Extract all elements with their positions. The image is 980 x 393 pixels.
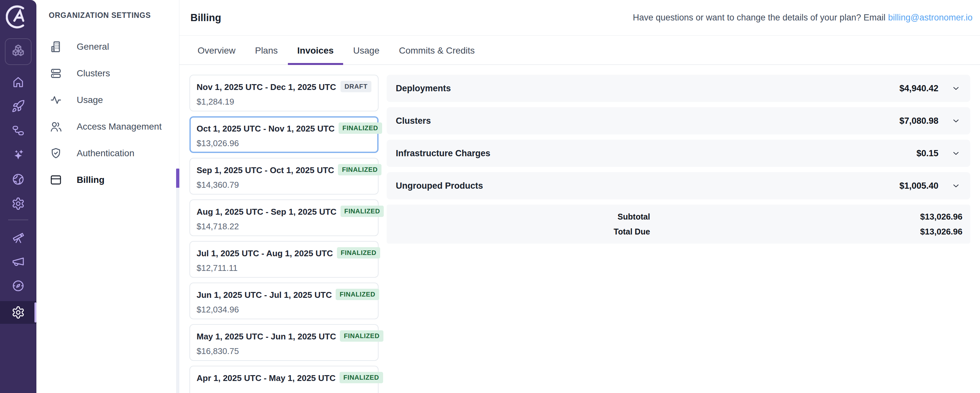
invoice-period: Nov 1, 2025 UTC - Dec 1, 2025 UTC xyxy=(197,81,336,92)
deployments-nav-button[interactable] xyxy=(11,99,25,114)
invoice-status-badge: FINALIZED xyxy=(340,330,383,342)
invoice-period: Sep 1, 2025 UTC - Oct 1, 2025 UTC xyxy=(197,164,334,175)
sidebar-item-billing[interactable]: Billing xyxy=(37,167,179,193)
sidebar-item-access-management[interactable]: Access Management xyxy=(37,113,179,140)
charge-group-label: Ungrouped Products xyxy=(396,181,899,191)
invoice-card[interactable]: Aug 1, 2025 UTC - Sep 1, 2025 UTC FINALI… xyxy=(189,199,379,236)
charge-group-amount: $7,080.98 xyxy=(899,116,939,126)
megaphone-icon xyxy=(11,255,25,268)
invoice-status-badge: FINALIZED xyxy=(340,205,384,217)
page-title: Billing xyxy=(191,12,221,24)
sidebar-nav: General Clusters Usage xyxy=(37,33,179,193)
astronomer-logo[interactable] xyxy=(6,5,30,29)
invoice-card[interactable]: Jun 1, 2025 UTC - Jul 1, 2025 UTC FINALI… xyxy=(189,283,379,319)
invoice-card[interactable]: Nov 1, 2025 UTC - Dec 1, 2025 UTC DRAFT … xyxy=(189,75,379,111)
charge-group-ungrouped[interactable]: Ungrouped Products $1,005.40 xyxy=(387,172,970,199)
chevron-down-icon[interactable] xyxy=(951,116,961,126)
building-icon xyxy=(49,40,62,53)
compass-icon xyxy=(11,279,25,293)
invoice-status-badge: DRAFT xyxy=(340,81,371,92)
tab-commits-credits[interactable]: Commits & Credits xyxy=(399,46,475,64)
invoice-amount: $16,830.75 xyxy=(197,346,371,356)
invoice-summary: Subtotal $13,026.96 Total Due $13,026.96 xyxy=(387,205,970,243)
invoice-amount: $12,034.96 xyxy=(197,305,371,315)
chevron-down-icon[interactable] xyxy=(951,84,961,93)
invoice-card[interactable]: Sep 1, 2025 UTC - Oct 1, 2025 UTC FINALI… xyxy=(189,158,379,194)
invoice-card[interactable]: Apr 1, 2025 UTC - May 1, 2025 UTC FINALI… xyxy=(189,366,379,393)
invoice-status-badge: FINALIZED xyxy=(340,372,383,383)
sidebar-item-authentication[interactable]: Authentication xyxy=(37,140,179,167)
invoice-period: Jun 1, 2025 UTC - Jul 1, 2025 UTC xyxy=(197,289,332,300)
workspace-switcher-button[interactable] xyxy=(5,38,32,65)
sparkles-icon xyxy=(11,148,25,162)
home-icon xyxy=(11,75,25,89)
sidebar-item-label: Billing xyxy=(77,175,105,185)
billing-help-text: Have questions or want to change the det… xyxy=(633,13,972,23)
app-icon-rail xyxy=(0,0,37,393)
help-nav-button[interactable] xyxy=(11,278,25,293)
invoice-period: Apr 1, 2025 UTC - May 1, 2025 UTC xyxy=(197,372,336,383)
sidebar-item-general[interactable]: General xyxy=(37,33,179,60)
tab-invoices[interactable]: Invoices xyxy=(298,46,334,64)
tab-usage[interactable]: Usage xyxy=(353,46,380,64)
settings-sidebar: ORGANIZATION SETTINGS General Clusters xyxy=(37,0,179,393)
charge-group-amount: $0.15 xyxy=(916,148,939,159)
invoice-period: Aug 1, 2025 UTC - Sep 1, 2025 UTC xyxy=(197,205,337,217)
sidebar-item-clusters[interactable]: Clusters xyxy=(37,60,179,87)
invoice-status-badge: FINALIZED xyxy=(336,289,379,300)
home-nav-button[interactable] xyxy=(11,75,25,89)
invoice-list: Nov 1, 2025 UTC - Dec 1, 2025 UTC DRAFT … xyxy=(189,75,379,393)
settings-nav-button-active[interactable] xyxy=(0,301,37,324)
sidebar-item-label: Access Management xyxy=(77,121,161,132)
summary-total-due-row: Total Due $13,026.96 xyxy=(395,224,963,239)
total-due-label: Total Due xyxy=(395,227,650,237)
sidebar-item-label: General xyxy=(77,41,109,52)
charge-group-clusters[interactable]: Clusters $7,080.98 xyxy=(387,107,970,134)
invoice-status-badge: FINALIZED xyxy=(337,247,380,259)
invoice-detail-panel: Deployments $4,940.42 Clusters $7,080.98… xyxy=(387,75,970,393)
environment-nav-button[interactable] xyxy=(11,196,25,211)
billing-tabs: Overview Plans Invoices Usage Commits & … xyxy=(179,36,980,65)
gear-icon xyxy=(11,197,25,210)
sidebar-header: ORGANIZATION SETTINGS xyxy=(37,11,179,20)
page-header: Billing Have questions or want to change… xyxy=(179,0,980,36)
sidebar-item-label: Usage xyxy=(77,95,103,105)
dags-nav-button[interactable] xyxy=(11,123,25,138)
subtotal-amount: $13,026.96 xyxy=(650,212,963,222)
charge-group-infrastructure[interactable]: Infrastructure Charges $0.15 xyxy=(387,140,970,167)
telescope-icon xyxy=(11,230,25,244)
billing-email-link[interactable]: billing@astronomer.io xyxy=(888,13,972,22)
tab-overview[interactable]: Overview xyxy=(197,46,235,64)
sidebar-scroll-track xyxy=(176,188,179,393)
invoice-amount: $12,711.11 xyxy=(197,263,371,273)
astro-hub-nav-button[interactable] xyxy=(11,172,25,187)
invoices-content: Nov 1, 2025 UTC - Dec 1, 2025 UTC DRAFT … xyxy=(179,65,980,393)
rail-divider xyxy=(8,220,28,220)
sidebar-item-usage[interactable]: Usage xyxy=(37,87,179,113)
ai-assistant-nav-button[interactable] xyxy=(11,148,25,162)
invoice-card[interactable]: Jul 1, 2025 UTC - Aug 1, 2025 UTC FINALI… xyxy=(189,241,379,278)
invoice-period: Oct 1, 2025 UTC - Nov 1, 2025 UTC xyxy=(197,123,335,134)
chevron-down-icon[interactable] xyxy=(951,149,961,158)
invoice-period: May 1, 2025 UTC - Jun 1, 2025 UTC xyxy=(197,330,336,342)
announcements-nav-button[interactable] xyxy=(11,254,25,269)
tab-plans[interactable]: Plans xyxy=(255,46,278,64)
invoice-card-selected[interactable]: Oct 1, 2025 UTC - Nov 1, 2025 UTC FINALI… xyxy=(189,116,379,153)
help-text-body: Have questions or want to change the det… xyxy=(633,13,885,22)
charge-group-deployments[interactable]: Deployments $4,940.42 xyxy=(387,75,970,102)
workflow-icon xyxy=(11,124,25,137)
users-icon xyxy=(49,120,62,133)
invoice-card[interactable]: May 1, 2025 UTC - Jun 1, 2025 UTC FINALI… xyxy=(189,324,379,361)
charge-group-amount: $4,940.42 xyxy=(899,83,939,94)
credit-card-icon xyxy=(49,173,62,186)
sidebar-item-label: Clusters xyxy=(77,68,110,79)
chevron-down-icon[interactable] xyxy=(951,181,961,190)
sidebar-item-label: Authentication xyxy=(77,148,134,159)
observability-nav-button[interactable] xyxy=(11,230,25,245)
server-stack-icon xyxy=(49,67,62,80)
invoice-status-badge: FINALIZED xyxy=(339,123,382,134)
globe-icon xyxy=(11,172,25,186)
charge-group-label: Infrastructure Charges xyxy=(396,148,916,159)
activity-pulse-icon xyxy=(49,94,62,107)
charge-group-label: Deployments xyxy=(396,83,899,94)
